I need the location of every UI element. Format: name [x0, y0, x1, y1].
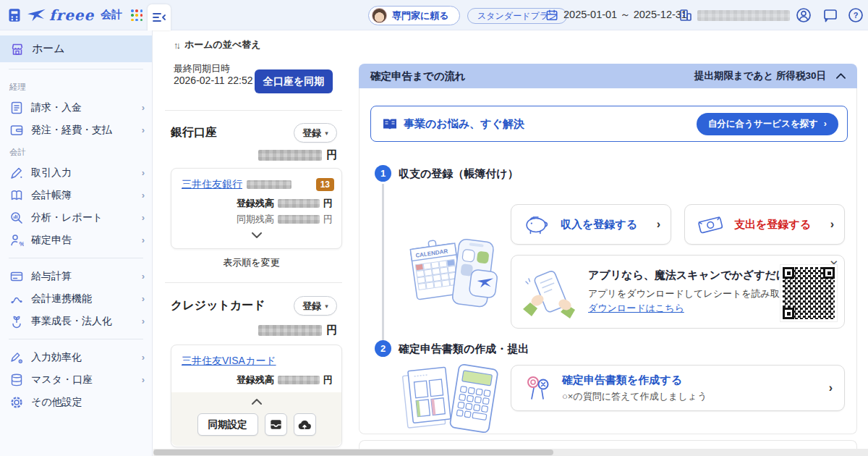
- collapse-credit-card-button[interactable]: [171, 392, 341, 410]
- sidebar-collapse-button[interactable]: [148, 4, 171, 30]
- bank-account-card: 三井住友銀行 13 登録残高 円 同期残高 円: [171, 168, 342, 249]
- search-chart-icon: [9, 211, 24, 225]
- sidebar-section-books: 会計: [0, 141, 152, 161]
- sprout-icon: [9, 314, 24, 329]
- chevron-up-icon: [836, 73, 846, 79]
- pending-count-badge: 13: [316, 178, 334, 191]
- payroll-card-icon: [9, 269, 24, 284]
- sync-settings-button[interactable]: 同期設定: [197, 413, 258, 436]
- chevron-right-icon: ›: [142, 190, 145, 200]
- home-sort-button[interactable]: ↑↓ ホームの並べ替え: [174, 38, 261, 51]
- link-icon: [9, 292, 24, 306]
- sidebar-item-master-accounts[interactable]: マスタ・口座›: [0, 368, 152, 391]
- bank-total-row: 円: [166, 148, 337, 162]
- sidebar-item-label: 会計連携機能: [31, 292, 92, 305]
- scrollbar-thumb[interactable]: [153, 449, 553, 455]
- cloud-upload-button[interactable]: [294, 413, 316, 436]
- register-expense-card[interactable]: 支出を登録する ›: [684, 204, 845, 245]
- promo-body: アプリをダウンロードしてレシートを読み取ろう。: [588, 287, 808, 300]
- registered-balance-row: 登録残高 円: [171, 191, 341, 210]
- sidebar-item-efficiency[interactable]: 入力効率化›: [0, 346, 152, 368]
- credit-card-expanded-area: 同期設定: [171, 392, 341, 446]
- flow-title: 確定申告までの流れ: [370, 69, 466, 83]
- find-service-button[interactable]: 自分に合うサービスを探す›: [697, 113, 838, 135]
- database-icon: [9, 373, 24, 387]
- sync-all-accounts-button[interactable]: 全口座を同期: [255, 69, 333, 93]
- sidebar-item-expenses[interactable]: 発注・経費・支払›: [0, 119, 152, 141]
- caret-down-icon: ▾: [325, 130, 328, 137]
- sidebar-item-payroll[interactable]: 給与計算›: [0, 265, 152, 287]
- question-circle-icon: ?: [848, 7, 864, 23]
- synced-balance-row: 同期残高 円: [171, 210, 341, 226]
- ask-expert-button[interactable]: 専門家に頼る: [368, 6, 460, 25]
- flow-panel-header[interactable]: 確定申告までの流れ 提出期限まであと 所得税30日: [359, 64, 857, 88]
- inbox-icon: [269, 418, 283, 431]
- divider: [165, 282, 342, 283]
- calculator-icon: [7, 8, 22, 22]
- inbox-button[interactable]: [265, 413, 287, 436]
- feedback-button[interactable]: [822, 7, 838, 23]
- redacted-registered-balance: [278, 199, 320, 208]
- download-link[interactable]: ダウンロードはこちら: [588, 302, 684, 315]
- home-sort-label: ホームの並べ替え: [184, 38, 261, 51]
- caret-down-icon: ▾: [325, 303, 328, 310]
- company-switcher[interactable]: [678, 8, 790, 22]
- credit-register-button[interactable]: 登録▾: [294, 296, 337, 316]
- divider: [9, 258, 143, 258]
- sidebar-item-label: 事業成長・法人化: [31, 315, 112, 328]
- sidebar-item-label: 入力効率化: [31, 351, 82, 364]
- account-button[interactable]: [796, 7, 812, 23]
- sidebar-item-home[interactable]: ホーム: [0, 35, 152, 62]
- sidebar-home-label: ホーム: [32, 42, 65, 56]
- person-circle-icon: [796, 7, 812, 23]
- sidebar-item-transactions[interactable]: 取引入力›: [0, 161, 152, 184]
- registered-balance-label: 登録残高: [237, 197, 274, 210]
- redacted-synced-balance: [278, 215, 320, 224]
- sidebar-item-growth[interactable]: 事業成長・法人化›: [0, 310, 152, 332]
- storefront-icon: [10, 42, 25, 56]
- sidebar-item-label: 取引入力: [31, 166, 72, 180]
- bank-account-link[interactable]: 三井住友銀行: [182, 178, 242, 191]
- step-connector-line: [382, 184, 384, 345]
- sidebar-item-tax-return[interactable]: % 確定申告›: [0, 229, 152, 251]
- change-display-order-link[interactable]: 表示順を変更: [166, 256, 337, 269]
- register-income-card[interactable]: 収入を登録する ›: [511, 204, 671, 245]
- sidebar-item-reports[interactable]: 分析・レポート›: [0, 206, 152, 229]
- book-icon: [9, 188, 24, 203]
- last-sync-value: 2026-02-11 22:52: [174, 75, 253, 87]
- fiscal-date-range[interactable]: 2025-01-01 ～ 2025-12-31: [545, 8, 687, 22]
- bank-register-button[interactable]: 登録▾: [294, 123, 337, 143]
- sidebar-item-integrations[interactable]: 会計連携機能›: [0, 287, 152, 310]
- sort-arrows-icon: ↑↓: [174, 40, 179, 51]
- deadline-text: 提出期限まであと 所得税30日: [694, 69, 826, 83]
- credit-card-link[interactable]: 三井住友VISAカード: [182, 355, 276, 368]
- redacted-account-number: [247, 180, 292, 189]
- service-banner: 事業のお悩み、すぐ解決 自分に合うサービスを探す›: [370, 106, 848, 142]
- step-2-badge: 2: [375, 340, 391, 357]
- create-tax-documents-card[interactable]: 確定申告書類を作成する ○×の質問に答えて作成しましょう ›: [511, 365, 845, 411]
- redacted-bank-total: [258, 150, 322, 161]
- sidebar-item-other-settings[interactable]: その他設定: [0, 391, 152, 413]
- help-button[interactable]: ?: [848, 7, 864, 23]
- sidebar-section-accounting-ops: 経理: [0, 76, 152, 96]
- sidebar-item-ledgers[interactable]: 会計帳簿›: [0, 184, 152, 206]
- swallow-icon: [25, 8, 46, 22]
- chat-icon: [822, 7, 838, 23]
- sidebar: ホーム 経理 請求・入金› 発注・経費・支払› 会計 取引入力› 会計帳簿› 分…: [0, 30, 153, 456]
- app-promo-card: ✕ アプリなら、魔法スキャンでかざすだけ！ アプリをダウンロードしてレシートを読…: [511, 255, 845, 329]
- redacted-credit-total: [258, 325, 322, 336]
- chevron-down-icon: [252, 232, 262, 238]
- sidebar-item-invoices[interactable]: 請求・入金›: [0, 96, 152, 119]
- calendar-phone-illustration: CALENDAR: [404, 229, 505, 321]
- expand-bank-card-button[interactable]: [171, 226, 341, 244]
- app-launcher-icon[interactable]: [131, 9, 143, 22]
- sidebar-item-label: 会計帳簿: [31, 189, 72, 202]
- sidebar-item-label: 請求・入金: [31, 101, 82, 114]
- top-header: freee 会計 専門家に頼る スタンダードプラン 2025-01-01 ～ 2…: [0, 0, 868, 30]
- piggy-bank-icon: [522, 213, 552, 236]
- collapse-icon: [153, 12, 166, 22]
- horizontal-scrollbar[interactable]: [153, 449, 868, 456]
- yen-unit: 円: [326, 148, 337, 162]
- logo-text: freee: [49, 8, 94, 22]
- app-logo[interactable]: freee 会計: [0, 8, 122, 22]
